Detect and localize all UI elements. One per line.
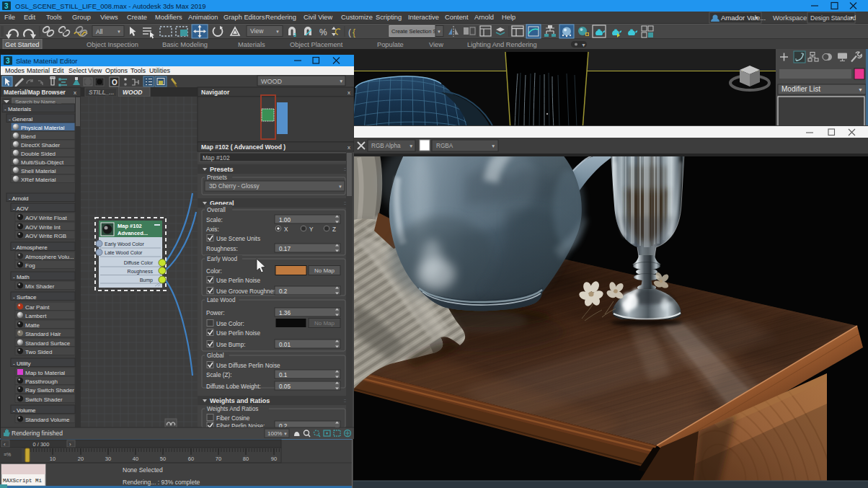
svg-text:0.1: 0.1 bbox=[279, 372, 288, 378]
svg-text:Two Sided: Two Sided bbox=[25, 349, 52, 355]
svg-text:Car Paint: Car Paint bbox=[25, 304, 50, 311]
svg-text:Y: Y bbox=[309, 226, 314, 233]
svg-text:- Math: - Math bbox=[13, 274, 30, 280]
svg-text:Blend: Blend bbox=[21, 133, 35, 140]
svg-text:3: 3 bbox=[4, 2, 9, 10]
svg-text:Use Groove Roughness: Use Groove Roughness bbox=[216, 288, 279, 295]
svg-text:- Atmosphere: - Atmosphere bbox=[13, 244, 48, 251]
svg-text:Scale (Z):: Scale (Z): bbox=[206, 372, 232, 378]
svg-text:▼: ▼ bbox=[437, 30, 441, 34]
svg-text:50: 50 bbox=[160, 456, 166, 462]
svg-text:Roughness:: Roughness: bbox=[206, 246, 238, 252]
svg-text:- Utility: - Utility bbox=[13, 360, 30, 367]
svg-text:Utilities: Utilities bbox=[149, 67, 171, 74]
svg-text:No Map: No Map bbox=[314, 320, 335, 327]
svg-text:Overall: Overall bbox=[207, 207, 226, 213]
svg-text:No Map: No Map bbox=[314, 267, 335, 274]
svg-text:Atmosphere Volu...: Atmosphere Volu... bbox=[25, 254, 74, 260]
svg-text:AOV Write Int: AOV Write Int bbox=[25, 224, 61, 231]
svg-text:90: 90 bbox=[271, 456, 277, 462]
svg-text:Multi/Sub-Object: Multi/Sub-Object bbox=[21, 159, 64, 166]
svg-text:▼: ▼ bbox=[491, 143, 495, 148]
svg-text:30: 30 bbox=[105, 456, 111, 462]
svg-text:40: 40 bbox=[133, 456, 138, 462]
svg-text:Create Selection Se: Create Selection Se bbox=[391, 28, 440, 35]
svg-text:Early Wood Color: Early Wood Color bbox=[105, 241, 144, 247]
svg-text:Object Inspection: Object Inspection bbox=[87, 41, 138, 48]
svg-text:- General: - General bbox=[9, 116, 33, 123]
svg-text:Map to Material: Map to Material bbox=[25, 370, 65, 376]
svg-text:Diffuse Color: Diffuse Color bbox=[124, 260, 154, 265]
svg-text:Get Started: Get Started bbox=[5, 41, 40, 48]
svg-text:Modes: Modes bbox=[5, 67, 25, 74]
svg-text:Navigator: Navigator bbox=[201, 89, 230, 96]
svg-text:60: 60 bbox=[188, 456, 194, 462]
svg-text:Rendering finished: Rendering finished bbox=[12, 430, 63, 437]
svg-text:Axis:: Axis: bbox=[206, 226, 219, 233]
svg-text:- Materials: - Materials bbox=[4, 106, 31, 112]
svg-text:1.00: 1.00 bbox=[279, 217, 291, 223]
svg-text:Map #102 ( Advanced Wood ): Map #102 ( Advanced Wood ) bbox=[201, 143, 285, 151]
svg-text:Presets: Presets bbox=[210, 166, 234, 173]
svg-text:Object Placement: Object Placement bbox=[290, 41, 343, 48]
svg-text:Physical Material: Physical Material bbox=[21, 125, 65, 131]
svg-text:Use Bump:: Use Bump: bbox=[216, 342, 246, 348]
svg-text:x: x bbox=[74, 89, 76, 96]
svg-text:3: 3 bbox=[293, 32, 296, 37]
svg-text:Roughness: Roughness bbox=[128, 269, 154, 275]
svg-text:Rendering... : 93% complete: Rendering... : 93% complete bbox=[123, 479, 200, 486]
svg-text:Use Color:: Use Color: bbox=[216, 321, 244, 327]
svg-text:Presets: Presets bbox=[207, 174, 227, 181]
svg-text:O: O bbox=[112, 79, 118, 86]
svg-text:▼: ▼ bbox=[283, 432, 288, 436]
svg-text:Standard Hair: Standard Hair bbox=[25, 331, 61, 337]
svg-text:▼: ▼ bbox=[117, 30, 121, 34]
svg-text:- Surface: - Surface bbox=[13, 294, 37, 301]
svg-text:Scale:: Scale: bbox=[206, 217, 223, 223]
svg-text:Use Perlin Noise: Use Perlin Noise bbox=[216, 278, 260, 284]
svg-text:▼: ▼ bbox=[581, 43, 586, 48]
svg-text:Z: Z bbox=[332, 226, 336, 233]
svg-text:Ray Switch Shader: Ray Switch Shader bbox=[25, 387, 74, 394]
svg-text:▼: ▼ bbox=[338, 185, 342, 189]
svg-text:View: View bbox=[88, 67, 102, 74]
svg-text:0.17: 0.17 bbox=[279, 246, 291, 252]
svg-text:{: { bbox=[353, 27, 355, 37]
svg-text:3: 3 bbox=[6, 57, 10, 65]
svg-text:Double Sided: Double Sided bbox=[21, 151, 56, 157]
svg-text:3D Cherry - Glossy: 3D Cherry - Glossy bbox=[209, 183, 260, 190]
svg-text:Amador Vale...: Amador Vale... bbox=[721, 14, 766, 22]
svg-text:x: x bbox=[347, 144, 350, 151]
svg-text:All: All bbox=[96, 28, 103, 35]
svg-text:RGB Alpha: RGB Alpha bbox=[371, 143, 401, 149]
svg-text:▼: ▼ bbox=[275, 30, 280, 34]
svg-text:Basic Modeling: Basic Modeling bbox=[162, 41, 208, 48]
svg-text:Use Diffuse Perlin Noise: Use Diffuse Perlin Noise bbox=[216, 363, 280, 369]
svg-text:100%: 100% bbox=[267, 430, 282, 437]
svg-text:- Arnold: - Arnold bbox=[9, 195, 29, 202]
svg-text:›: › bbox=[69, 441, 71, 448]
svg-text:View: View bbox=[429, 41, 443, 48]
svg-text:▼: ▼ bbox=[849, 15, 854, 20]
svg-text:▼: ▼ bbox=[858, 87, 863, 92]
svg-text:OSL_SCENE_STILL_LIFE_008.max -: OSL_SCENE_STILL_LIFE_008.max - Autodesk … bbox=[15, 2, 206, 10]
svg-text:Slate Material Editor: Slate Material Editor bbox=[16, 57, 78, 65]
svg-text:Global: Global bbox=[207, 352, 224, 359]
svg-text:Lighting And Rendering: Lighting And Rendering bbox=[467, 41, 537, 48]
svg-text:Mix Shader: Mix Shader bbox=[25, 283, 55, 290]
svg-text:Switch Shader: Switch Shader bbox=[25, 396, 63, 403]
svg-text:Bump: Bump bbox=[140, 278, 153, 283]
svg-text:1.36: 1.36 bbox=[279, 310, 291, 316]
svg-text:‹: ‹ bbox=[4, 441, 6, 448]
svg-text:Standard Surface: Standard Surface bbox=[25, 340, 71, 347]
svg-text:Matte: Matte bbox=[25, 322, 40, 329]
svg-text:- AOV: - AOV bbox=[13, 205, 29, 212]
svg-text:Material: Material bbox=[27, 67, 50, 74]
svg-text:70: 70 bbox=[216, 456, 221, 462]
svg-text:Material/Map Browser: Material/Map Browser bbox=[4, 89, 66, 96]
svg-text:10: 10 bbox=[50, 456, 56, 462]
svg-text:Use Perlin Noise: Use Perlin Noise bbox=[216, 330, 260, 337]
svg-text:0 / 300: 0 / 300 bbox=[33, 441, 50, 448]
svg-text:Lambert: Lambert bbox=[25, 313, 47, 319]
svg-text:MAXScript Mi: MAXScript Mi bbox=[3, 478, 43, 484]
